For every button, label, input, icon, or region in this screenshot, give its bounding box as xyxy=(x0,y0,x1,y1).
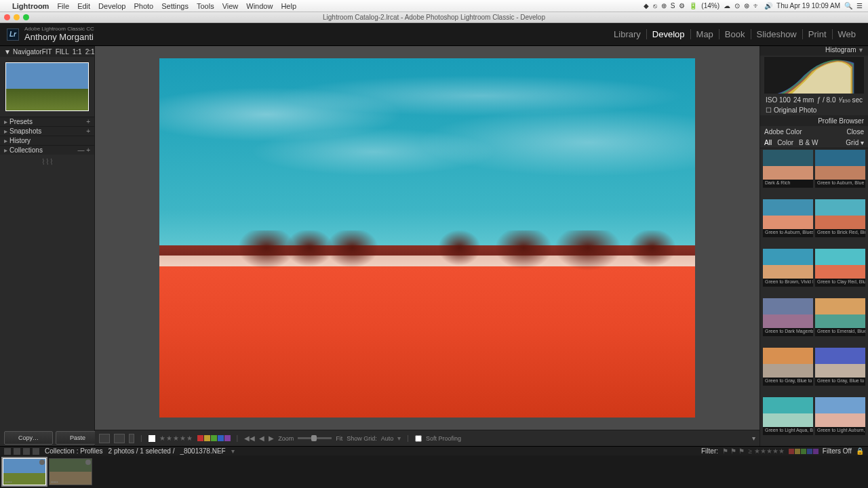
color-filter[interactable] xyxy=(789,449,818,454)
grid-view-toggle[interactable]: Grid ▾ xyxy=(846,139,864,146)
tray-icon[interactable]: ⚙ xyxy=(679,2,685,9)
menu-tools[interactable]: Tools xyxy=(197,2,214,10)
histogram[interactable] xyxy=(764,57,864,94)
original-photo-toggle[interactable]: ☐Original Photo xyxy=(760,105,868,115)
tray-icon[interactable]: ⊕ xyxy=(661,2,667,9)
notif-icon[interactable]: ☰ xyxy=(856,2,863,9)
module-map[interactable]: Map xyxy=(690,29,719,39)
module-book[interactable]: Book xyxy=(719,29,751,39)
paste-button[interactable]: Paste xyxy=(56,431,100,445)
profile-preset[interactable]: Green to Auburn, Blue to D… xyxy=(815,150,865,188)
history-section[interactable]: ▸History xyxy=(0,136,94,145)
minimize-window-button[interactable] xyxy=(14,14,20,20)
play-button[interactable]: ▶ xyxy=(269,434,274,442)
profile-preset[interactable]: Green to Gray, Blue to Royal… xyxy=(815,348,865,386)
toolbar-menu-icon[interactable]: ▾ xyxy=(752,434,755,442)
color-labels[interactable] xyxy=(197,435,231,441)
menu-window[interactable]: Window xyxy=(246,2,273,10)
mac-app-name[interactable]: Lightroom xyxy=(12,2,49,10)
flag-pick-icon[interactable] xyxy=(149,435,155,442)
loupe-view-button[interactable] xyxy=(99,434,110,443)
tray-icon[interactable]: S xyxy=(671,2,675,9)
profile-preset[interactable]: Green to Brown, Vivid Blues… xyxy=(763,249,813,287)
zoom-fill[interactable]: FILL xyxy=(56,48,69,56)
clock[interactable]: Thu Apr 19 10:09 AM xyxy=(776,2,840,9)
rating-stars[interactable]: ★★★★★ xyxy=(159,434,193,442)
menu-settings[interactable]: Settings xyxy=(161,2,189,10)
volume-icon[interactable]: 🔊 xyxy=(764,2,772,9)
profile-preset[interactable]: Green to Clay Red, Blue to A… xyxy=(815,249,865,287)
tray-icon[interactable]: ⊙ xyxy=(734,2,740,9)
profile-preset[interactable]: Green to Light Auburn, Blu… xyxy=(815,397,865,435)
filter-bw[interactable]: B & W xyxy=(799,139,818,146)
filename[interactable]: _8001378.NEF xyxy=(180,447,225,455)
menu-develop[interactable]: Develop xyxy=(98,2,125,10)
collections-section[interactable]: ▸Collections— + xyxy=(0,145,94,155)
histogram-header[interactable]: Histogram ▼ xyxy=(760,46,868,56)
main-image-canvas[interactable] xyxy=(159,58,695,418)
before-after-button[interactable] xyxy=(114,434,125,443)
navigator-thumbnail[interactable] xyxy=(5,62,89,111)
filter-all[interactable]: All xyxy=(764,139,772,146)
filmstrip-thumbnail[interactable]: ••••• xyxy=(49,458,92,485)
module-library[interactable]: Library xyxy=(608,29,646,39)
snapshots-section[interactable]: ▸Snapshots+ xyxy=(0,126,94,136)
filter-lock-icon[interactable]: 🔒 xyxy=(856,447,864,455)
wifi-icon[interactable]: ᯤ xyxy=(753,2,760,9)
module-develop[interactable]: Develop xyxy=(646,29,690,39)
copy-button[interactable]: Copy… xyxy=(4,431,53,445)
add-icon[interactable]: + xyxy=(86,127,90,135)
profile-preset[interactable]: Green to Auburn, Blues Co… xyxy=(763,199,813,237)
profile-preset[interactable]: Green to Dark Magenta, Blu… xyxy=(763,298,813,336)
zoom-fit[interactable]: FIT xyxy=(42,48,52,56)
close-profile-browser[interactable]: Close xyxy=(846,128,864,136)
menu-view[interactable]: View xyxy=(222,2,239,10)
auto-label[interactable]: Auto xyxy=(381,435,394,442)
menu-file[interactable]: File xyxy=(57,2,69,10)
zoom-window-button[interactable] xyxy=(23,14,29,20)
module-print[interactable]: Print xyxy=(802,29,832,39)
tray-icon[interactable]: ◆ xyxy=(644,2,649,9)
tray-icon[interactable]: ⎋ xyxy=(653,2,657,9)
prev-button[interactable]: ◀ xyxy=(259,434,264,442)
zoom-1to1[interactable]: 1:1 xyxy=(73,48,82,56)
tray-icon[interactable]: ☁ xyxy=(724,2,730,9)
profile-preset[interactable]: Green to Gray, Blue to Orange xyxy=(763,348,813,386)
soft-proofing-checkbox[interactable] xyxy=(415,435,422,442)
module-web[interactable]: Web xyxy=(832,29,862,39)
battery-icon[interactable]: 🔋 xyxy=(689,2,697,9)
profile-preset[interactable]: Dark & Rich xyxy=(763,150,813,188)
menu-help[interactable]: Help xyxy=(281,2,296,10)
add-icon[interactable]: — + xyxy=(77,146,90,154)
grid-icon[interactable] xyxy=(14,448,20,455)
disclosure-icon[interactable]: ▼ xyxy=(4,48,11,56)
profile-name[interactable]: Adobe Color xyxy=(764,128,802,136)
add-icon[interactable]: + xyxy=(86,118,90,125)
second-window-icon[interactable] xyxy=(4,448,11,455)
filter-color[interactable]: Color xyxy=(777,139,793,146)
filters-off[interactable]: Filters Off xyxy=(823,447,852,455)
view-mode-button[interactable] xyxy=(129,434,134,443)
module-slideshow[interactable]: Slideshow xyxy=(751,29,802,39)
zoom-slider[interactable] xyxy=(298,437,332,439)
fit-label[interactable]: Fit xyxy=(336,435,342,442)
menu-edit[interactable]: Edit xyxy=(77,2,90,10)
forward-icon[interactable] xyxy=(33,448,39,455)
profile-browser-header[interactable]: Profile Browser xyxy=(760,115,868,126)
close-window-button[interactable] xyxy=(4,14,10,20)
filmstrip[interactable]: •••••••••• xyxy=(0,455,868,488)
navigator-header[interactable]: ▼ Navigator FIT FILL 1:1 2:1 xyxy=(0,46,94,57)
prev-photo-button[interactable]: ◀◀ xyxy=(244,434,255,442)
presets-section[interactable]: ▸Presets+ xyxy=(0,117,94,126)
star-filter[interactable]: ≥ ★★★★★ xyxy=(749,447,785,455)
identity-plate[interactable]: Anthony Morganti xyxy=(24,33,94,42)
profile-preset[interactable]: Green to Brick Red, Blue to… xyxy=(815,199,865,237)
filmstrip-thumbnail[interactable]: ••••• xyxy=(3,458,46,485)
collection-path[interactable]: Collection : Profiles xyxy=(45,447,103,455)
flag-filter-icon[interactable]: ⚑ ⚑ ⚑ xyxy=(722,447,745,455)
menu-photo[interactable]: Photo xyxy=(134,2,153,10)
tray-icon[interactable]: ⊛ xyxy=(744,2,749,9)
spotlight-icon[interactable]: 🔍 xyxy=(844,2,852,9)
profile-preset[interactable]: Green to Light Aqua, Blue t… xyxy=(763,397,813,435)
back-icon[interactable] xyxy=(23,448,30,455)
